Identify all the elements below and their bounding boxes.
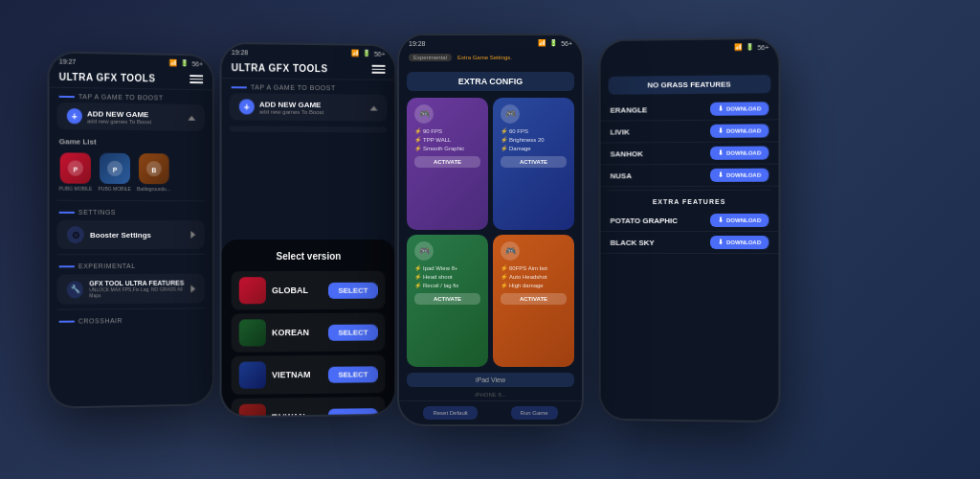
bottom-buttons-3: Reset Default Run Game bbox=[399, 400, 582, 424]
download-icon-sanhok: ⬇ bbox=[718, 149, 724, 157]
activate-btn-green[interactable]: ACTIVATE bbox=[414, 293, 480, 305]
game-icons-row: P PUBG MOBILE P PUBG MOBILE B Battlegrou… bbox=[50, 148, 212, 197]
no-grass-title: NO GRASS FEATURES bbox=[609, 75, 771, 95]
chevron-up-1 bbox=[188, 115, 195, 120]
download-btn-blacksky[interactable]: ⬇ DOWNLOAD bbox=[710, 236, 768, 249]
list-item[interactable]: B Battlegrounds India bbox=[137, 153, 171, 192]
svg-text:B: B bbox=[151, 167, 156, 173]
experimental-row[interactable]: 🔧 GFX TOOL ULTRA FEATURES UNLOCK MAX FPS… bbox=[57, 274, 205, 305]
download-icon-erangle: ⬇ bbox=[718, 105, 724, 113]
svg-text:P: P bbox=[74, 167, 78, 173]
download-row-nusa: NUSA ⬇ DOWNLOAD bbox=[601, 165, 779, 188]
version-row-global[interactable]: GLOBAL SELECT bbox=[232, 271, 386, 310]
experimental-bar: Experimental Extra Game Settings. bbox=[399, 49, 582, 69]
ipad-view-bar[interactable]: iPad View bbox=[407, 373, 574, 387]
download-icon-nusa: ⬇ bbox=[718, 171, 724, 179]
time-2: 19:28 bbox=[232, 49, 249, 56]
config-card-orange[interactable]: 🎮 60FPS Aim bot Auto Headshot High damag… bbox=[493, 235, 574, 367]
select-btn-korean[interactable]: SELECT bbox=[328, 324, 377, 340]
card-icon-blue: 🎮 bbox=[501, 104, 520, 124]
download-btn-erangle[interactable]: ⬇ DOWNLOAD bbox=[710, 102, 768, 116]
download-icon-potato: ⬇ bbox=[718, 217, 724, 224]
version-row-korean[interactable]: KOREAN SELECT bbox=[232, 313, 386, 353]
run-game-btn[interactable]: Run Game bbox=[511, 406, 558, 420]
hamburger-menu-2[interactable] bbox=[372, 65, 386, 74]
game-icon-bgmi: B bbox=[139, 153, 169, 184]
card-icon-purple: 🎮 bbox=[414, 104, 434, 124]
hamburger-menu-1[interactable] bbox=[189, 75, 203, 83]
list-item[interactable]: P PUBG MOBILE bbox=[59, 152, 93, 191]
download-row-livik: LIVIK ⬇ DOWNLOAD bbox=[601, 120, 779, 143]
settings-row[interactable]: ⚙ Booster Settings bbox=[57, 220, 205, 249]
app-header-2: ULTRA GFX TOOLS bbox=[222, 57, 395, 80]
extra-config-title: EXTRA CONFIG bbox=[407, 72, 574, 91]
divider-1 bbox=[57, 200, 205, 202]
status-icons-4: 📶 🔋 56+ bbox=[734, 43, 768, 51]
download-row-blacksky: BLACK SKY ⬇ DOWNLOAD bbox=[601, 232, 779, 254]
card-icon-green: 🎮 bbox=[414, 241, 434, 261]
config-card-green[interactable]: 🎮 Ipad Wiew 8+ Head shoot Recoil / lag f… bbox=[407, 235, 488, 367]
status-icons-2: 📶 🔋 56+ bbox=[351, 50, 386, 57]
add-game-row-2[interactable]: + ADD NEW GAME add new games To Boost bbox=[230, 93, 388, 121]
experimental-section-label: EXPERIMENTAL bbox=[50, 258, 212, 273]
game-list-label: Game List bbox=[50, 133, 212, 150]
card-icon-orange: 🎮 bbox=[501, 241, 520, 261]
download-btn-nusa[interactable]: ⬇ DOWNLOAD bbox=[710, 169, 768, 182]
version-row-taiwan[interactable]: TAIWAN SELECT bbox=[232, 397, 386, 416]
phone-1: 19:27 📶 🔋 56+ ULTRA GFX TOOLS TAP A GAME… bbox=[47, 51, 213, 409]
game-icon-pubg2: P bbox=[100, 153, 130, 184]
config-card-blue[interactable]: 🎮 60 FPS Brightness 20 Damage ACTIVATE bbox=[493, 98, 574, 230]
download-icon-livik: ⬇ bbox=[718, 127, 724, 135]
status-icons-1: 📶 🔋 56+ bbox=[169, 59, 203, 68]
chevron-up-2 bbox=[370, 105, 378, 110]
divider-2 bbox=[57, 254, 205, 255]
activate-btn-blue[interactable]: ACTIVATE bbox=[501, 156, 567, 168]
download-btn-livik[interactable]: ⬇ DOWNLOAD bbox=[710, 124, 768, 137]
game-icon-vietnam bbox=[239, 361, 266, 388]
version-row-vietnam[interactable]: VIETNAM SELECT bbox=[232, 354, 386, 395]
select-btn-global[interactable]: SELECT bbox=[328, 282, 377, 298]
config-cards-grid: 🎮 90 FPS TPP WALL Smooth Graphic ACTIVAT… bbox=[399, 94, 582, 371]
phone-2: 19:28 📶 🔋 56+ ULTRA GFX TOOLS TAP A GAME… bbox=[220, 42, 397, 418]
time-3: 19:28 bbox=[409, 40, 426, 47]
select-btn-vietnam[interactable]: SELECT bbox=[328, 366, 377, 382]
download-btn-potato[interactable]: ⬇ DOWNLOAD bbox=[710, 214, 768, 227]
app-title-1: ULTRA GFX TOOLS bbox=[59, 72, 156, 84]
tap-game-label-2: TAP A GAME TO BOOST bbox=[222, 79, 395, 95]
activate-btn-purple[interactable]: ACTIVATE bbox=[414, 156, 480, 168]
plus-icon-1: + bbox=[67, 108, 82, 124]
game-icon-pubg1: P bbox=[60, 152, 91, 183]
chevron-right-exp bbox=[190, 285, 195, 292]
iphone-hint: iPHONE 8... bbox=[399, 389, 582, 400]
game-icon-global bbox=[239, 277, 266, 304]
activate-btn-orange[interactable]: ACTIVATE bbox=[501, 293, 567, 305]
notch-2 bbox=[290, 45, 328, 53]
reset-default-btn[interactable]: Reset Default bbox=[423, 406, 477, 420]
download-icon-blacksky: ⬇ bbox=[718, 239, 724, 246]
phone-4: 📶 🔋 56+ NO GRASS FEATURES ERANGLE ⬇ DOWN… bbox=[599, 37, 781, 423]
extra-features-title: EXTRA FEATURES bbox=[601, 194, 779, 210]
notch-3 bbox=[472, 35, 510, 43]
select-btn-taiwan[interactable]: SELECT bbox=[328, 408, 377, 417]
divider-4 bbox=[609, 190, 771, 191]
phone-3: 19:28 📶 🔋 56+ Experimental Extra Game Se… bbox=[397, 34, 584, 426]
game-icon-korean bbox=[239, 319, 266, 346]
notch-4 bbox=[670, 40, 708, 49]
chevron-right-settings bbox=[190, 231, 195, 239]
config-card-purple[interactable]: 🎮 90 FPS TPP WALL Smooth Graphic ACTIVAT… bbox=[407, 98, 488, 230]
version-row-hint bbox=[230, 125, 388, 132]
notch-1 bbox=[113, 55, 151, 63]
list-item[interactable]: P PUBG MOBILE bbox=[98, 153, 130, 192]
exp-icon: 🔧 bbox=[67, 281, 83, 298]
status-icons-3: 📶 🔋 56+ bbox=[538, 39, 572, 47]
download-btn-sanhok[interactable]: ⬇ DOWNLOAD bbox=[710, 147, 768, 160]
modal-title: Select version bbox=[232, 251, 386, 262]
version-modal: Select version GLOBAL SELECT KOREAN bbox=[222, 240, 395, 416]
gear-icon: ⚙ bbox=[67, 226, 84, 243]
app-title-2: ULTRA GFX TOOLS bbox=[232, 62, 328, 74]
svg-text:P: P bbox=[112, 167, 117, 173]
phones-container: 19:27 📶 🔋 56+ ULTRA GFX TOOLS TAP A GAME… bbox=[0, 0, 980, 479]
game-icon-taiwan bbox=[239, 404, 266, 417]
settings-section-label: SETTINGS bbox=[50, 204, 212, 218]
add-game-row-1[interactable]: + ADD NEW GAME add new games To Boost bbox=[57, 103, 205, 131]
